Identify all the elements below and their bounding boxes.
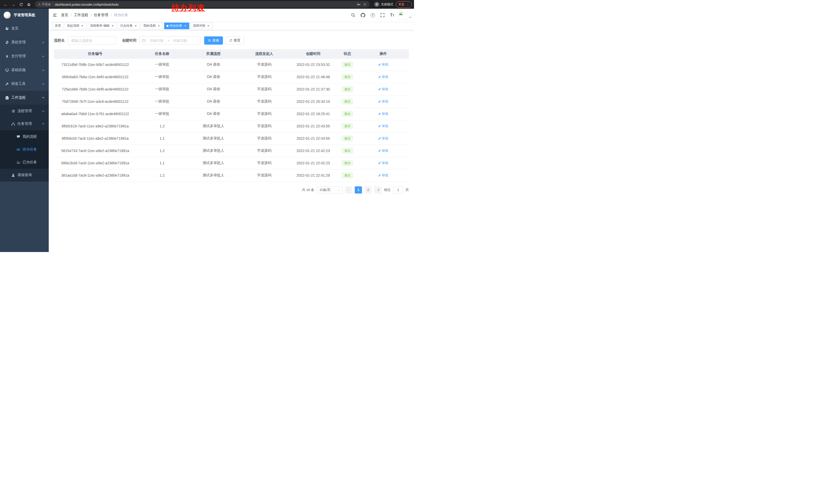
cell-process: OA 请假 xyxy=(188,83,239,95)
avatar-dropdown-icon[interactable] xyxy=(409,16,411,18)
approve-link[interactable]: 审批 xyxy=(378,173,388,178)
active-dot xyxy=(166,25,169,27)
approve-label: 审批 xyxy=(382,173,388,178)
security-warning[interactable]: ⚠ 不安全 xyxy=(38,2,51,7)
close-icon[interactable]: × xyxy=(111,24,114,28)
github-icon[interactable] xyxy=(359,11,367,19)
sidebar-item-workflow[interactable]: 工作流程 xyxy=(0,91,49,104)
approve-link[interactable]: 审批 xyxy=(378,62,388,67)
date-range-picker[interactable]: - xyxy=(139,36,201,45)
close-icon[interactable]: × xyxy=(183,24,187,28)
back-icon[interactable]: ← xyxy=(2,1,9,8)
kebab-menu-icon[interactable]: ⋮ xyxy=(406,3,409,6)
tab-my-process[interactable]: 我的流程 × xyxy=(141,22,163,29)
table-row: 8f059c03-7ac8-11ec-a9e2-a2380e71991a1.1测… xyxy=(54,132,409,145)
key-icon[interactable] xyxy=(357,3,361,6)
page-size-select[interactable]: 10条/页 xyxy=(317,186,342,193)
star-icon[interactable]: ☆ xyxy=(363,2,367,7)
cell-status: 激活 xyxy=(337,71,358,83)
sidebar-item-payment[interactable]: ¥ 支付管理 xyxy=(0,49,49,63)
cell-task-id: 580e1b3d-7ac8-11ec-a9e2-a2380e71991a xyxy=(54,157,136,169)
create-time-label: 创建时间 xyxy=(122,38,136,43)
sidebar-item-home[interactable]: 首页 xyxy=(0,21,49,35)
prev-page-button[interactable] xyxy=(345,186,352,193)
cell-task-id: 381aa1dd-7ac8-11ec-a9e2-a2380e71991a xyxy=(54,169,136,182)
status-badge: 激活 xyxy=(342,62,353,67)
cell-task-id: 069c6a63-7b8a-11ec-8ef0-acde48001122 xyxy=(54,71,136,83)
cell-process: OA 请假 xyxy=(188,108,239,120)
tab-process-detail[interactable]: 流程详情 × xyxy=(191,22,212,29)
approve-link[interactable]: 审批 xyxy=(378,75,388,79)
approve-link[interactable]: 审批 xyxy=(378,111,388,116)
page-button-2[interactable]: 2 xyxy=(365,186,372,193)
app-logo[interactable]: 芋道管理系统 xyxy=(0,9,49,21)
breadcrumb-item-home[interactable]: 首页 xyxy=(61,13,68,17)
process-name-label: 流程名 xyxy=(54,38,65,43)
next-page-button[interactable] xyxy=(374,186,381,193)
breadcrumb-item-workflow[interactable]: 工作流程 xyxy=(74,13,88,17)
security-label: 不安全 xyxy=(42,2,51,7)
sidebar-item-task-management[interactable]: 任务管理 xyxy=(0,118,49,130)
status-badge: 激活 xyxy=(342,123,353,129)
incognito-label: 无痕模式 xyxy=(381,2,393,7)
sidebar-item-label: 我的流程 xyxy=(23,134,37,139)
sidebar-item-devtools[interactable]: 研发工具 xyxy=(0,77,49,91)
cell-created: 2022-01-22 18:25:41 xyxy=(289,108,337,120)
approve-link[interactable]: 审批 xyxy=(378,87,388,92)
goto-page-input[interactable] xyxy=(393,186,403,193)
header-task-name: 任务名称 xyxy=(136,49,188,58)
cell-action: 审批 xyxy=(358,120,409,132)
approve-link[interactable]: 审批 xyxy=(378,148,388,153)
close-icon[interactable]: × xyxy=(81,24,84,28)
chevron-down-icon xyxy=(42,82,45,85)
hamburger-icon[interactable] xyxy=(49,9,61,21)
sidebar-item-todo-tasks[interactable]: 待办任务 xyxy=(0,143,49,156)
tab-home[interactable]: 首页 xyxy=(52,22,64,29)
sidebar-item-system[interactable]: 系统管理 xyxy=(0,35,49,49)
update-button[interactable]: 更新 ⋮ xyxy=(396,1,412,8)
search-icon[interactable] xyxy=(349,11,357,19)
chevron-down-icon xyxy=(338,188,340,190)
close-icon[interactable]: × xyxy=(206,24,210,28)
cell-status: 激活 xyxy=(337,169,358,182)
sidebar-item-my-process[interactable]: 我的流程 xyxy=(0,130,49,143)
tab-todo-tasks[interactable]: 待办任务 × xyxy=(164,22,189,29)
sidebar-item-leave-query[interactable]: 请假查询 xyxy=(0,169,49,182)
home-icon[interactable] xyxy=(25,1,32,8)
font-size-icon[interactable]: TT xyxy=(388,11,396,19)
approve-link[interactable]: 审批 xyxy=(378,124,388,129)
approve-link[interactable]: 审批 xyxy=(378,161,388,165)
avatar[interactable] xyxy=(398,10,407,20)
sidebar-item-infrastructure[interactable]: 基础设施 xyxy=(0,63,49,77)
tab-form-editor[interactable]: 流程表单-编辑 × xyxy=(88,22,117,29)
process-name-input[interactable] xyxy=(68,36,117,45)
forward-icon[interactable]: → xyxy=(10,1,17,8)
address-bar[interactable]: ⚠ 不安全 dashboard.yudao.iocoder.cn/bpm/tas… xyxy=(35,1,370,8)
close-icon[interactable]: × xyxy=(157,24,161,28)
sidebar-item-done-tasks[interactable]: 已办任务 xyxy=(0,156,49,169)
close-icon[interactable]: × xyxy=(134,24,137,28)
chevron-down-icon xyxy=(42,109,45,112)
status-badge: 激活 xyxy=(342,74,353,80)
question-icon[interactable]: ? xyxy=(369,11,377,19)
tab-start-process[interactable]: 发起流程 × xyxy=(65,22,86,29)
page-button-1[interactable]: 1 xyxy=(355,186,362,193)
breadcrumb-item-task-management[interactable]: 任务管理 xyxy=(94,13,108,17)
tags-view: 首页 发起流程 × 流程表单-编辑 × 已办任务 × 我的流程 × 待办任务 ×… xyxy=(49,21,414,30)
reset-button[interactable]: 重置 xyxy=(225,36,244,45)
end-date-input[interactable] xyxy=(171,39,190,43)
approve-link[interactable]: 审批 xyxy=(378,136,388,141)
cell-task-id: 73211d9d-7b9b-11ec-b5b7-acde48001122 xyxy=(54,58,136,71)
fullscreen-icon[interactable] xyxy=(379,11,386,19)
approve-link[interactable]: 审批 xyxy=(378,99,388,104)
refresh-icon[interactable] xyxy=(17,1,25,8)
header-action: 操作 xyxy=(358,49,409,58)
tab-done-tasks[interactable]: 已办任务 × xyxy=(118,22,140,29)
search-button[interactable]: 搜索 xyxy=(204,36,223,45)
start-date-input[interactable] xyxy=(147,39,166,43)
cell-process: 测试多审批人 xyxy=(188,169,239,182)
breadcrumb-separator: / xyxy=(111,13,112,17)
chevron-down-icon xyxy=(42,41,45,43)
my-process-icon xyxy=(16,135,20,139)
sidebar-item-process-management[interactable]: 流程管理 xyxy=(0,104,49,118)
